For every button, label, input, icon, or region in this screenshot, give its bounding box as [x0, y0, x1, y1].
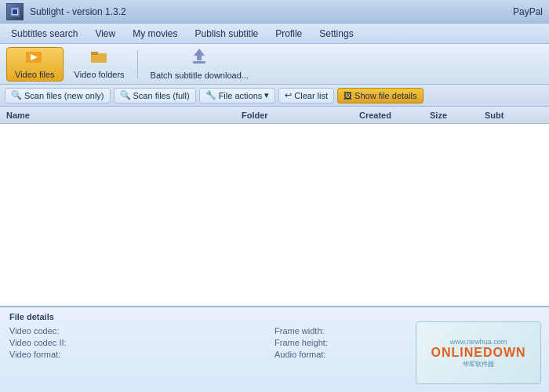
table-header: Name Folder Created Size Subt	[0, 107, 549, 124]
menu-publish-subtitle[interactable]: Publish subtitle	[187, 26, 267, 42]
watermark: www.newhua.com ONLINEDOWN 华军软件园	[416, 321, 541, 384]
scan-new-icon: 🔍	[11, 90, 22, 100]
app-icon	[6, 3, 24, 20]
video-codec-ii-value	[166, 338, 274, 347]
video-codec-label: Video codec:	[9, 326, 166, 336]
watermark-site: www.newhua.com	[450, 338, 507, 346]
clear-list-icon: ↩	[285, 90, 292, 100]
menu-bar: Subtitles search View My movies Publish …	[0, 24, 549, 44]
batch-download-button[interactable]: Batch subtitle download...	[143, 47, 256, 82]
watermark-sub: 华军软件园	[463, 360, 494, 368]
col-header-size: Size	[427, 111, 482, 120]
watermark-brand: ONLINEDOWN	[431, 346, 525, 360]
video-codec-ii-label: Video codec II:	[9, 338, 166, 347]
batch-download-icon	[191, 49, 208, 68]
show-file-details-button[interactable]: 🖼 Show file details	[337, 88, 424, 103]
file-actions-icon: 🔧	[205, 90, 216, 100]
svg-marker-7	[194, 49, 205, 60]
title-bar-left: Sublight - version 1.3.2	[6, 3, 126, 20]
paypal-label: PayPal	[513, 6, 543, 17]
col-header-folder: Folder	[238, 111, 356, 120]
scan-full-icon: 🔍	[120, 90, 131, 100]
menu-settings[interactable]: Settings	[311, 26, 361, 42]
scan-new-button[interactable]: 🔍 Scan files (new only)	[5, 88, 111, 103]
svg-rect-8	[193, 61, 205, 64]
video-files-button[interactable]: Video files	[6, 47, 64, 82]
file-actions-button[interactable]: 🔧 File actions ▾	[199, 88, 276, 103]
svg-rect-2	[13, 9, 17, 14]
menu-my-movies[interactable]: My movies	[125, 26, 185, 42]
toolbar: Video files Video folders Batch subtitle…	[0, 44, 549, 85]
main-content	[0, 124, 549, 306]
clear-list-button[interactable]: ↩ Clear list	[278, 88, 334, 103]
batch-download-label: Batch subtitle download...	[151, 71, 249, 80]
scan-full-button[interactable]: 🔍 Scan files (full)	[114, 88, 196, 103]
toolbar-separator	[137, 50, 138, 78]
video-format-label: Video format:	[9, 350, 166, 359]
title-bar: Sublight - version 1.3.2 PayPal	[0, 0, 549, 24]
audio-format-label: Audio format:	[274, 350, 431, 359]
col-header-created: Created	[356, 111, 427, 120]
svg-rect-6	[91, 52, 98, 55]
action-bar: 🔍 Scan files (new only) 🔍 Scan files (fu…	[0, 85, 549, 107]
show-file-details-icon: 🖼	[344, 91, 352, 100]
video-codec-value	[166, 326, 274, 336]
video-folders-icon	[91, 49, 108, 67]
video-folders-button[interactable]: Video folders	[67, 47, 133, 82]
menu-profile[interactable]: Profile	[267, 26, 310, 42]
frame-height-label: Frame height:	[274, 338, 431, 347]
video-files-icon	[26, 49, 43, 67]
video-format-value	[166, 350, 274, 359]
frame-width-label: Frame width:	[274, 326, 431, 336]
dropdown-icon: ▾	[264, 90, 269, 100]
file-details-title: File details	[9, 312, 540, 321]
title-text: Sublight - version 1.3.2	[30, 6, 126, 17]
col-header-name: Name	[3, 111, 238, 120]
menu-view[interactable]: View	[87, 26, 123, 42]
video-folders-label: Video folders	[75, 70, 125, 79]
video-files-label: Video files	[15, 70, 55, 79]
menu-subtitles-search[interactable]: Subtitles search	[3, 26, 85, 42]
col-header-subt: Subt	[482, 111, 546, 120]
